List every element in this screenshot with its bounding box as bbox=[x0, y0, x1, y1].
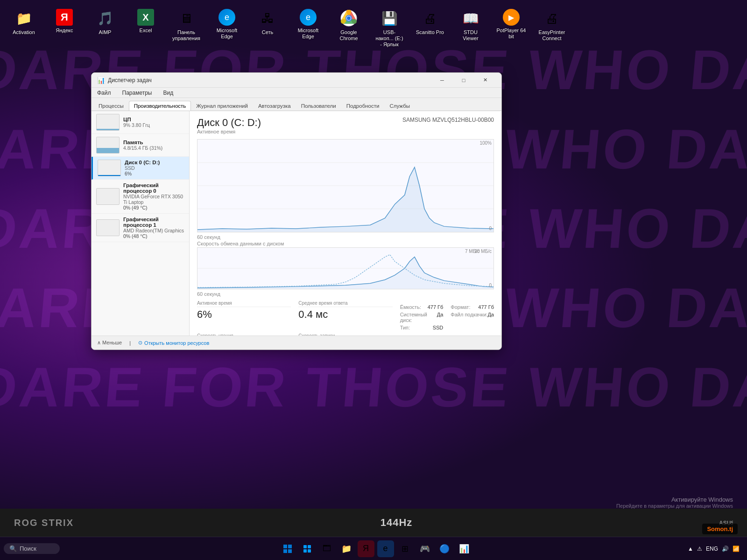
chrome-icon bbox=[339, 9, 358, 28]
monitor-icon: ⊙ bbox=[138, 340, 142, 346]
info-sysdisk-value: Да bbox=[437, 312, 444, 323]
desktop-icon-excel[interactable]: X Excel bbox=[129, 7, 162, 50]
memory-info: Память 4.8/15.4 ГБ (31%) bbox=[123, 140, 184, 151]
usb-icon: 💾 bbox=[380, 9, 399, 28]
sys-tray-indicators[interactable]: ▲ bbox=[688, 546, 693, 552]
sys-tray-network[interactable]: 📶 bbox=[733, 546, 740, 552]
sys-tray-volume[interactable]: 🔊 bbox=[722, 546, 729, 552]
desktop-icon-usb[interactable]: 💾 USB-накоп... (E:) - Ярлык bbox=[373, 7, 406, 50]
footer-less[interactable]: ∧ Меньше bbox=[97, 340, 122, 346]
taskbar-app1-button[interactable]: 🎮 bbox=[416, 540, 433, 557]
desktop-icon-edge1[interactable]: e Microsoft Edge bbox=[210, 7, 244, 50]
tab-performance[interactable]: Производительность bbox=[129, 101, 191, 111]
cpu-title: ЦП bbox=[123, 117, 184, 122]
desktop-icon-easyprinter[interactable]: 🖨 EasyPrinter Connect bbox=[535, 7, 569, 50]
somon-badge: Somon.tj bbox=[702, 524, 738, 534]
task-manager-window: 📊 Диспетчер задач ─ □ ✕ Файл Параметры В… bbox=[91, 72, 502, 350]
activation-label: Activation bbox=[13, 29, 35, 35]
stat-active-time-label: Активное время bbox=[197, 301, 291, 307]
gpu1-title: Графический процессор 1 bbox=[123, 217, 184, 228]
sidebar-item-memory[interactable]: Память 4.8/15.4 ГБ (31%) bbox=[92, 134, 189, 157]
svg-rect-19 bbox=[308, 549, 311, 553]
desktop-icon-potplayer[interactable]: ▶ PotPlayer 64 bit bbox=[494, 7, 528, 50]
gpu0-subtitle: NVIDIA GeForce RTX 3050 Ti Laptop bbox=[123, 194, 184, 205]
tab-details[interactable]: Подробности bbox=[341, 101, 385, 111]
sidebar-item-gpu0[interactable]: Графический процессор 0 NVIDIA GeForce R… bbox=[92, 180, 189, 214]
desktop-icon-area: 📁 Activation Я Яндекс 🎵 AIMP X Excel 🖥 П… bbox=[5, 5, 742, 52]
desktop-icon-network[interactable]: 🖧 Сеть bbox=[251, 7, 284, 50]
chrome-label: Google Chrome bbox=[334, 29, 364, 42]
taskbar-files-button[interactable]: 📁 bbox=[338, 540, 355, 557]
tab-services[interactable]: Службы bbox=[384, 101, 415, 111]
tm-footer: ∧ Меньше | ⊙ Открыть монитор ресурсов bbox=[92, 336, 501, 350]
tm-sidebar: ЦП 9% 3.80 Ггц Память 4.8/15.4 ГБ (31%) bbox=[92, 111, 190, 336]
desktop-icon-control-panel[interactable]: 🖥 Панель управления bbox=[169, 7, 203, 50]
sidebar-item-gpu1[interactable]: Графический процессор 1 AMD Radeon(TM) G… bbox=[92, 214, 189, 242]
footer-monitor-link[interactable]: ⊙ Открыть монитор ресурсов bbox=[138, 340, 209, 346]
info-type: Тип: SSD bbox=[400, 325, 444, 330]
activation-subtitle: Перейдите в параметры для активации Wind… bbox=[616, 503, 733, 509]
chart2-bottom-label: 0 bbox=[489, 283, 492, 288]
tab-users[interactable]: Пользователи bbox=[296, 101, 341, 111]
gpu1-subtitle: AMD Radeon(TM) Graphics bbox=[123, 228, 184, 233]
info-type-label: Тип: bbox=[400, 325, 410, 330]
gpu1-graph-thumb bbox=[96, 219, 120, 236]
tm-maximize-button[interactable]: □ bbox=[453, 73, 474, 88]
tm-content-area: ЦП 9% 3.80 Ггц Память 4.8/15.4 ГБ (31%) bbox=[92, 111, 501, 336]
taskbar-start-button[interactable] bbox=[279, 540, 296, 557]
chart2-svg bbox=[197, 248, 493, 289]
disk-title: Диск 0 (C: D:) bbox=[125, 160, 184, 165]
tm-device-name: SAMSUNG MZVLQ512HBLU-00B00 bbox=[402, 117, 494, 123]
desktop-icon-stdu[interactable]: 📖 STDU Viewer bbox=[454, 7, 487, 50]
svg-rect-15 bbox=[288, 549, 292, 553]
bg-text-line-5: DARE FOR THOSE WHO DARE FOR THOSE WHO DA… bbox=[0, 355, 747, 419]
task-manager-titlebar[interactable]: 📊 Диспетчер задач ─ □ ✕ bbox=[92, 73, 501, 88]
tm-menu-params[interactable]: Параметры bbox=[120, 89, 154, 97]
taskbar-app2-button[interactable]: 🔵 bbox=[436, 540, 453, 557]
cpu-subtitle: 9% 3.80 Ггц bbox=[123, 122, 184, 128]
yandex-label: Яндекс bbox=[56, 28, 73, 34]
tm-menu-view[interactable]: Вид bbox=[161, 89, 175, 97]
taskbar-yandex-button[interactable]: Я bbox=[358, 540, 374, 557]
sys-tray-warning: ⚠ bbox=[697, 546, 702, 552]
monitor-hz: 144Hz bbox=[381, 517, 413, 529]
tm-main-title-area: Диск 0 (C: D:) Активное время bbox=[197, 117, 261, 137]
taskbar-widgets-button[interactable] bbox=[299, 540, 316, 557]
taskbar-taskview-button[interactable]: 🗔 bbox=[318, 540, 335, 557]
info-format: Формат: 477 Гб bbox=[451, 304, 494, 310]
activation-watermark: Активируйте Windows Перейдите в параметр… bbox=[616, 496, 733, 509]
stat-info-grid: Ёмкость: 477 Гб Формат: 477 Гб Системный… bbox=[400, 301, 494, 330]
taskbar-app3-button[interactable]: 📊 bbox=[456, 540, 472, 557]
desktop-icon-aimp[interactable]: 🎵 AIMP bbox=[88, 7, 122, 50]
taskbar-edge-button[interactable]: e bbox=[377, 540, 394, 557]
desktop-icon-chrome[interactable]: Google Chrome bbox=[332, 7, 366, 50]
taskbar-icon-area: 🗔 📁 Я e ⊞ 🎮 🔵 📊 bbox=[63, 540, 688, 557]
info-grid: Ёмкость: 477 Гб Формат: 477 Гб Системный… bbox=[400, 304, 494, 330]
tab-apphistory[interactable]: Журнал приложений bbox=[191, 101, 253, 111]
taskbar-ms-button[interactable]: ⊞ bbox=[397, 540, 414, 557]
edge2-label: Microsoft Edge bbox=[293, 28, 323, 40]
tm-menu-file[interactable]: Файл bbox=[95, 89, 113, 97]
sidebar-item-disk0[interactable]: Диск 0 (C: D:) SSD 6% bbox=[92, 157, 189, 180]
tab-processes[interactable]: Процессы bbox=[93, 101, 129, 111]
activation-icon: 📁 bbox=[14, 9, 33, 28]
info-type-value: SSD bbox=[433, 325, 444, 330]
sidebar-item-cpu[interactable]: ЦП 9% 3.80 Ггц bbox=[92, 111, 189, 134]
sys-tray-lang[interactable]: ENG bbox=[706, 546, 718, 552]
tm-minimize-button[interactable]: ─ bbox=[431, 73, 453, 88]
control-panel-label: Панель управления bbox=[171, 29, 201, 42]
edge1-label: Microsoft Edge bbox=[212, 28, 242, 40]
cpu-graph-fill bbox=[97, 129, 119, 130]
stat-active-time: Активное время 6% bbox=[197, 301, 291, 330]
desktop-icon-scanitto[interactable]: 🖨 Scanitto Pro bbox=[413, 7, 447, 50]
taskbar-search[interactable]: 🔍 Поиск bbox=[4, 543, 60, 554]
desktop-icon-edge2[interactable]: e Microsoft Edge bbox=[291, 7, 325, 50]
desktop-icon-activation[interactable]: 📁 Activation bbox=[7, 7, 41, 50]
tm-close-button[interactable]: ✕ bbox=[474, 73, 496, 88]
desktop-icon-yandex[interactable]: Я Яндекс bbox=[48, 7, 81, 50]
memory-graph-thumb bbox=[96, 137, 120, 154]
stat-response-time: Среднее время ответа 0.4 мс bbox=[298, 301, 392, 330]
memory-title: Память bbox=[123, 140, 184, 145]
tm-main-panel: Диск 0 (C: D:) Активное время SAMSUNG MZ… bbox=[190, 111, 501, 336]
tab-startup[interactable]: Автозагрузка bbox=[253, 101, 296, 111]
